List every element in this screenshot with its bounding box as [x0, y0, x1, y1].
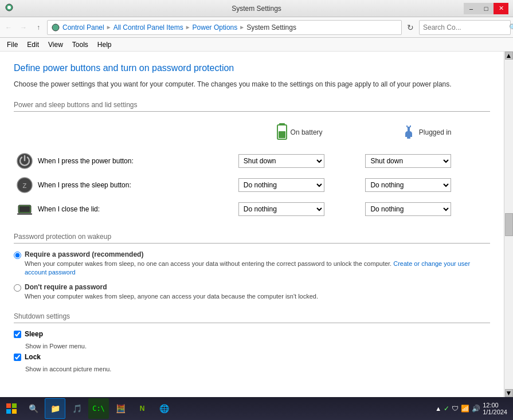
back-button[interactable]: ←: [2, 21, 15, 34]
require-password-option: Require a password (recommended) When yo…: [14, 250, 490, 277]
require-password-label[interactable]: Require a password (recommended): [25, 250, 143, 258]
page-description: Choose the power settings that you want …: [14, 79, 490, 89]
menu-view[interactable]: View: [44, 40, 68, 50]
window-title: System Settings: [0, 5, 513, 13]
breadcrumb-power-options[interactable]: Power Options: [193, 23, 238, 32]
lock-desc: Show in account picture menu.: [25, 366, 490, 372]
sleep-checkbox[interactable]: [14, 331, 21, 338]
no-password-radio[interactable]: [14, 284, 21, 292]
create-password-link[interactable]: Create or change your user account passw…: [25, 260, 470, 276]
lid-text: When I close the lid:: [38, 205, 100, 213]
app-icon: [5, 3, 14, 14]
window-controls: – □ ✕: [464, 3, 508, 14]
password-section-header: Password protection on wakeup: [14, 233, 490, 244]
sleep-button-text: When I press the sleep button:: [38, 181, 131, 189]
svg-rect-13: [6, 403, 11, 408]
up-button[interactable]: ↑: [32, 21, 45, 34]
search-input[interactable]: [423, 23, 509, 32]
battery-col-label: On battery: [291, 128, 323, 136]
lid-row: When I close the lid: Do nothing Sleep H…: [14, 197, 490, 221]
tray-antivirus-icon[interactable]: ✓: [444, 405, 449, 413]
breadcrumb-all-items[interactable]: All Control Panel Items: [113, 23, 183, 32]
lid-battery-select[interactable]: Do nothing Sleep Hibernate Shut down Tur…: [238, 202, 324, 216]
lid-label: When I close the lid:: [16, 201, 234, 218]
tray-network-icon[interactable]: 📶: [461, 405, 469, 413]
clock: 12:001/1/2024: [483, 402, 507, 415]
svg-rect-6: [407, 137, 410, 139]
maximize-button[interactable]: □: [479, 3, 494, 14]
address-bar: ← → ↑ Control Panel ► All Control Panel …: [0, 17, 513, 38]
sleep-desc: Show in Power menu.: [25, 343, 490, 350]
power-button-plugged-select[interactable]: Shut down Do nothing Sleep Hibernate Tur…: [365, 154, 451, 168]
breadcrumb: Control Panel ► All Control Panel Items …: [47, 20, 402, 35]
svg-point-2: [52, 24, 59, 31]
calc-taskbar-button[interactable]: 🧮: [110, 398, 131, 419]
search-icon: 🔍: [509, 23, 513, 32]
svg-rect-11: [19, 206, 30, 212]
svg-text:z: z: [23, 180, 27, 190]
svg-rect-5: [279, 131, 285, 138]
start-button[interactable]: [1, 398, 22, 419]
main-content: Define power buttons and turn on passwor…: [0, 52, 513, 397]
menu-tools[interactable]: Tools: [68, 40, 93, 50]
menu-bar: File Edit View Tools Help: [0, 38, 513, 52]
password-section: Password protection on wakeup Require a …: [14, 233, 490, 301]
power-button-row: When I press the power button: Shut down…: [14, 149, 490, 173]
lock-checkbox-row: Lock Show in account picture menu.: [14, 353, 490, 372]
tray-icon-1[interactable]: ▲: [435, 405, 441, 412]
sleep-button-plugged-select[interactable]: Do nothing Sleep Hibernate Shut down Tur…: [365, 178, 451, 192]
sleep-checkbox-row: Sleep Show in Power menu.: [14, 330, 490, 350]
lid-plugged-select[interactable]: Do nothing Sleep Hibernate Shut down Tur…: [365, 202, 451, 216]
close-button[interactable]: ✕: [494, 3, 508, 14]
title-bar-left: [5, 3, 14, 14]
plugged-column-header: Plugged in: [402, 125, 452, 139]
svg-rect-12: [17, 213, 32, 215]
no-password-label[interactable]: Don't require a password: [25, 283, 107, 291]
settings-table: On battery Plugged in: [14, 121, 490, 221]
explorer-taskbar-button[interactable]: 📁: [45, 398, 65, 419]
breadcrumb-current: System Settings: [246, 23, 296, 32]
shutdown-section: Shutdown settings Sleep Show in Power me…: [14, 312, 490, 372]
sleep-button-label: z When I press the sleep button:: [16, 176, 234, 194]
scrollbar[interactable]: ▲ ▼: [504, 52, 513, 397]
lock-label[interactable]: Lock: [25, 353, 41, 361]
power-button-battery-select[interactable]: Shut down Do nothing Sleep Hibernate Tur…: [238, 154, 324, 168]
sleep-button-battery-select[interactable]: Do nothing Sleep Hibernate Shut down Tur…: [238, 178, 324, 192]
plugged-col-label: Plugged in: [419, 128, 452, 136]
svg-rect-15: [6, 409, 11, 414]
search-taskbar-button[interactable]: 🔍: [23, 398, 44, 419]
title-bar: System Settings – □ ✕: [0, 0, 513, 17]
page-title: Define power buttons and turn on passwor…: [14, 63, 490, 73]
svg-rect-14: [12, 403, 17, 408]
menu-edit[interactable]: Edit: [22, 40, 44, 50]
svg-rect-16: [12, 409, 17, 414]
require-password-desc: When your computer wakes from sleep, no …: [25, 260, 490, 277]
menu-help[interactable]: Help: [93, 40, 116, 50]
no-password-option: Don't require a password When your compu…: [14, 283, 490, 301]
minimize-button[interactable]: –: [464, 3, 479, 14]
scroll-up-button[interactable]: ▲: [505, 52, 513, 60]
lock-checkbox[interactable]: [14, 354, 21, 361]
refresh-button[interactable]: ↻: [404, 21, 417, 34]
no-password-desc: When your computer wakes from sleep, any…: [25, 292, 318, 301]
forward-button[interactable]: →: [17, 21, 30, 34]
nvidia-taskbar-button[interactable]: N: [132, 398, 152, 419]
system-tray: ▲ ✓ 🛡 📶 🔊 12:001/1/2024: [430, 402, 512, 415]
content-panel: Define power buttons and turn on passwor…: [0, 52, 504, 397]
scroll-down-button[interactable]: ▼: [505, 389, 513, 397]
scroll-thumb[interactable]: [505, 213, 513, 236]
tray-speaker-icon[interactable]: 🔊: [472, 405, 480, 413]
menu-file[interactable]: File: [2, 40, 22, 50]
sleep-label[interactable]: Sleep: [25, 330, 43, 338]
battery-column-header: On battery: [277, 123, 323, 142]
breadcrumb-control-panel[interactable]: Control Panel: [62, 23, 104, 32]
shutdown-section-header: Shutdown settings: [14, 312, 490, 323]
media-taskbar-button[interactable]: 🎵: [66, 398, 87, 419]
tray-shield-icon[interactable]: 🛡: [452, 405, 459, 413]
power-button-text: When I press the power button:: [38, 157, 134, 165]
network-taskbar-button[interactable]: 🌐: [154, 398, 174, 419]
sleep-button-row: z When I press the sleep button: Do noth…: [14, 173, 490, 197]
cmd-taskbar-button[interactable]: C:\: [88, 398, 109, 419]
require-password-radio[interactable]: [14, 252, 21, 259]
search-box: 🔍: [419, 20, 511, 35]
